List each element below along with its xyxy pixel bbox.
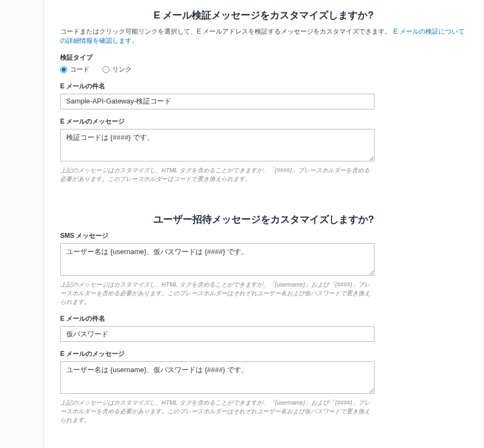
- radio-code-option[interactable]: コード: [60, 65, 89, 74]
- main-panel: E メール検証メッセージをカスタマイズしますか? コードまたはクリック可能リンク…: [43, 0, 484, 448]
- sms-message-textarea[interactable]: ユーザー名は {username}、仮パスワードは {####} です。: [60, 243, 375, 276]
- invite-email-message-textarea[interactable]: ユーザー名は {username}、仮パスワードは {####} です。: [60, 361, 375, 394]
- email-verification-desc-text: コードまたはクリック可能リンクを選択して、E メールアドレスを検証するメッセージ…: [60, 28, 391, 35]
- verification-type-label: 検証タイプ: [60, 53, 375, 62]
- radio-link-option[interactable]: リンク: [102, 65, 132, 74]
- email-message-helper: 上記のメッセージはカスタマイズし、HTML タグを含めることができますが、「{#…: [60, 166, 375, 184]
- invite-email-message-helper: 上記のメッセージはカスタマイズし、HTML タグを含めることができますが、「{u…: [60, 399, 375, 425]
- email-subject-input[interactable]: [60, 94, 375, 109]
- invite-email-message-label: E メールのメッセージ: [60, 349, 375, 359]
- email-message-label: E メールのメッセージ: [60, 117, 375, 126]
- email-message-textarea[interactable]: 検証コードは {####} です。: [60, 129, 375, 161]
- email-verification-section: E メール検証メッセージをカスタマイズしますか? コードまたはクリック可能リンク…: [60, 9, 467, 183]
- radio-link-label: リンク: [112, 65, 132, 74]
- invite-email-subject-label: E メールの件名: [60, 314, 375, 323]
- radio-link-input[interactable]: [102, 66, 109, 73]
- radio-code-input[interactable]: [60, 66, 67, 73]
- invitation-title: ユーザー招待メッセージをカスタマイズしますか?: [60, 213, 467, 226]
- sms-message-label: SMS メッセージ: [60, 231, 375, 241]
- email-subject-label: E メールの件名: [60, 82, 375, 91]
- verification-type-radio-group: コード リンク: [60, 65, 375, 74]
- email-verification-description: コードまたはクリック可能リンクを選択して、E メールアドレスを検証するメッセージ…: [60, 27, 467, 46]
- invitation-section: ユーザー招待メッセージをカスタマイズしますか? SMS メッセージ ユーザー名は…: [60, 213, 467, 425]
- invite-email-subject-input[interactable]: [60, 326, 375, 342]
- sms-message-helper: 上記のメッセージはカスタマイズし、HTML タグを含めることができますが、「{u…: [60, 281, 375, 307]
- email-verification-title: E メール検証メッセージをカスタマイズしますか?: [60, 9, 467, 22]
- sidebar-spacer: [0, 0, 43, 448]
- radio-code-label: コード: [70, 65, 89, 74]
